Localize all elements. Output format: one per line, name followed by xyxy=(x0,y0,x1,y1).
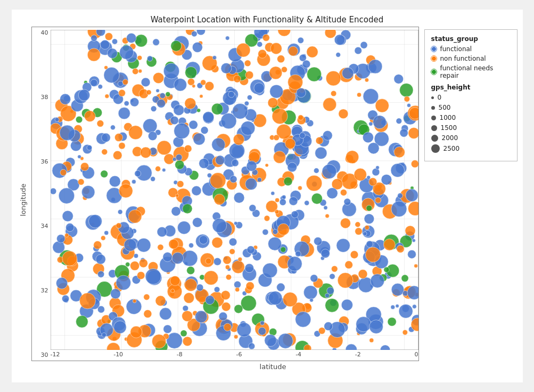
svg-point-310 xyxy=(204,81,213,91)
svg-point-47 xyxy=(166,333,182,349)
svg-point-177 xyxy=(188,243,193,248)
svg-point-50 xyxy=(201,127,208,134)
svg-point-512 xyxy=(59,188,75,204)
svg-point-547 xyxy=(375,166,379,169)
size-label-2000: 2000 xyxy=(442,134,458,142)
svg-point-274 xyxy=(229,143,244,158)
svg-point-511 xyxy=(132,68,138,75)
svg-point-797 xyxy=(162,168,165,172)
svg-point-44 xyxy=(281,67,287,72)
svg-point-669 xyxy=(321,249,330,258)
svg-point-778 xyxy=(171,252,183,264)
svg-point-684 xyxy=(280,199,286,205)
svg-point-733 xyxy=(366,205,372,211)
svg-point-706 xyxy=(62,251,77,266)
svg-point-403 xyxy=(298,115,303,120)
svg-point-456 xyxy=(147,56,152,61)
svg-point-645 xyxy=(170,276,179,285)
svg-point-308 xyxy=(229,238,237,246)
svg-point-487 xyxy=(155,296,165,306)
svg-point-741 xyxy=(102,333,106,337)
svg-point-569 xyxy=(139,259,147,267)
svg-point-289 xyxy=(396,118,401,124)
svg-point-388 xyxy=(315,147,326,159)
x-tick--12: -12 xyxy=(51,351,60,358)
svg-point-256 xyxy=(257,178,261,182)
svg-point-692 xyxy=(162,252,172,262)
svg-point-351 xyxy=(314,168,319,173)
svg-point-481 xyxy=(368,178,376,186)
svg-point-54 xyxy=(110,125,115,130)
svg-point-734 xyxy=(342,68,354,79)
svg-point-427 xyxy=(212,218,226,233)
svg-point-665 xyxy=(119,184,133,198)
legend-size-section: gps_height 0 500 1000 xyxy=(431,84,511,153)
svg-point-501 xyxy=(241,121,255,135)
svg-point-365 xyxy=(125,262,129,266)
svg-point-731 xyxy=(280,247,285,252)
svg-point-378 xyxy=(391,283,404,296)
svg-point-767 xyxy=(195,311,207,323)
svg-point-339 xyxy=(205,258,211,264)
y-tick-38: 38 xyxy=(32,94,51,100)
svg-point-371 xyxy=(76,316,88,328)
plot-container: 40 38 36 34 32 30 -12 -10 -8 -6 -4 xyxy=(31,27,419,361)
svg-point-128 xyxy=(234,335,238,339)
svg-point-641 xyxy=(77,155,81,159)
svg-point-620 xyxy=(51,188,56,194)
svg-point-721 xyxy=(211,103,223,115)
svg-point-630 xyxy=(341,299,352,311)
x-ticks: -12 -10 -8 -6 -4 -2 0 xyxy=(51,350,418,361)
svg-point-486 xyxy=(174,78,186,91)
svg-point-373 xyxy=(90,79,97,86)
svg-point-614 xyxy=(78,179,84,185)
svg-point-103 xyxy=(277,55,284,63)
svg-point-113 xyxy=(363,89,379,104)
svg-point-809 xyxy=(60,94,70,104)
y-tick-32: 32 xyxy=(32,288,51,293)
x-tick--6: -6 xyxy=(236,351,242,358)
svg-point-744 xyxy=(244,264,253,273)
y-axis-label: longitude xyxy=(17,27,29,373)
svg-point-613 xyxy=(237,257,242,262)
svg-point-377 xyxy=(268,98,278,108)
svg-point-714 xyxy=(146,90,151,95)
size-dot-1000 xyxy=(431,116,436,120)
svg-point-495 xyxy=(372,168,379,176)
svg-point-608 xyxy=(269,67,282,79)
svg-point-340 xyxy=(114,133,122,141)
svg-point-787 xyxy=(171,207,180,216)
svg-point-795 xyxy=(368,60,382,74)
svg-point-619 xyxy=(184,279,196,291)
svg-point-658 xyxy=(393,147,404,158)
svg-point-617 xyxy=(128,126,142,140)
svg-point-606 xyxy=(196,284,203,291)
svg-point-677 xyxy=(369,338,373,342)
svg-point-693 xyxy=(360,42,367,48)
svg-point-729 xyxy=(62,295,69,303)
svg-point-124 xyxy=(105,32,112,40)
svg-point-811 xyxy=(346,151,358,164)
svg-point-649 xyxy=(56,277,67,289)
svg-point-759 xyxy=(391,201,406,217)
svg-point-431 xyxy=(414,264,417,268)
svg-point-429 xyxy=(323,130,332,140)
plot-and-legend: 40 38 36 34 32 30 -12 -10 -8 -6 -4 xyxy=(29,27,517,361)
svg-point-597 xyxy=(412,239,415,242)
svg-point-683 xyxy=(323,98,336,111)
svg-point-808 xyxy=(244,60,251,67)
svg-point-700 xyxy=(276,283,285,292)
svg-point-447 xyxy=(148,132,157,141)
y-tick-34: 34 xyxy=(32,223,51,229)
svg-point-654 xyxy=(365,247,380,262)
svg-point-494 xyxy=(170,289,174,293)
svg-point-670 xyxy=(265,164,268,167)
svg-point-763 xyxy=(202,111,213,123)
svg-point-536 xyxy=(381,174,392,185)
svg-point-696 xyxy=(383,267,389,272)
svg-point-535 xyxy=(159,308,171,320)
svg-point-418 xyxy=(192,42,202,52)
size-dot-2500 xyxy=(431,144,440,153)
svg-point-564 xyxy=(199,158,209,168)
svg-point-753 xyxy=(224,323,231,331)
